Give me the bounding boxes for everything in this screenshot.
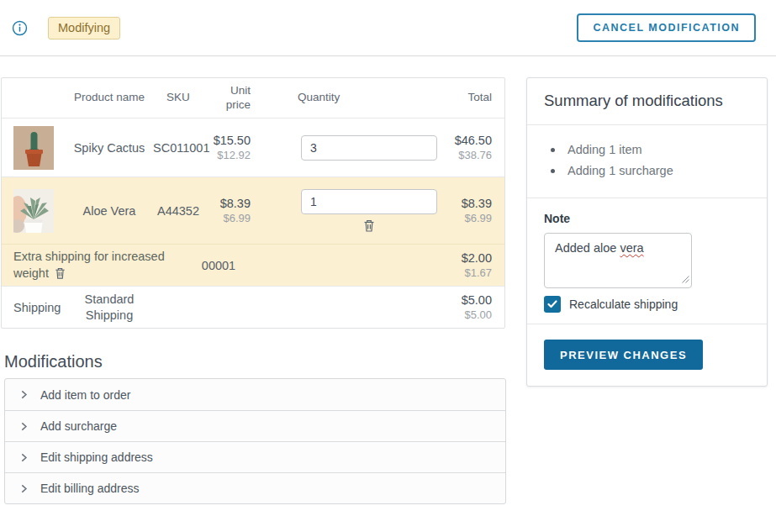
aloe-vera-photo: [13, 189, 54, 233]
summary-items-list: Adding 1 item Adding 1 surcharge: [544, 136, 750, 187]
accordion-label: Edit shipping address: [40, 450, 153, 464]
row-total-secondary: $6.99: [449, 212, 492, 224]
trash-icon: [54, 266, 66, 280]
chevron-right-icon: [19, 422, 29, 431]
col-quantity: Quantity: [251, 91, 449, 105]
note-textarea[interactable]: Added aloe vera: [544, 233, 692, 288]
modifications-heading: Modifications: [4, 352, 505, 371]
note-text-misspelled: vera: [620, 241, 643, 255]
col-product-name: Product name: [66, 91, 153, 105]
table-row-surcharge: Extra shipping for increased weight 0000…: [2, 244, 504, 286]
chevron-right-icon: [19, 484, 29, 493]
info-icon[interactable]: [12, 20, 28, 36]
unit-price-secondary: $6.99: [203, 212, 251, 224]
accordion-edit-billing-address[interactable]: Edit billing address: [5, 472, 505, 503]
surcharge-sku: 00001: [187, 259, 251, 272]
unit-price: $8.39: [203, 197, 251, 210]
row-total: $5.00: [449, 293, 492, 307]
trash-icon: [362, 219, 376, 233]
table-row-shipping: Shipping Standard Shipping $5.00 $5.00: [2, 286, 504, 328]
summary-of-modifications-panel: Summary of modifications Adding 1 item A…: [526, 77, 768, 387]
table-header-row: Product name SKU Unit price Quantity Tot…: [2, 78, 504, 118]
product-name: Spiky Cactus: [66, 141, 153, 155]
col-sku: SKU: [153, 91, 203, 105]
spiky-cactus-photo: [13, 126, 54, 170]
accordion-label: Add item to order: [40, 388, 130, 402]
note-label: Note: [544, 212, 750, 225]
order-items-table: Product name SKU Unit price Quantity Tot…: [1, 77, 505, 329]
recalculate-shipping-label: Recalculate shipping: [569, 298, 678, 311]
chevron-right-icon: [19, 453, 29, 462]
note-text: Added aloe: [555, 241, 620, 255]
summary-title: Summary of modifications: [544, 89, 750, 113]
row-total: $8.39: [449, 197, 492, 210]
accordion-label: Edit billing address: [40, 482, 140, 495]
table-row-spiky-cactus: Spiky Cactus SC011001 $15.50 $12.92 $46.…: [2, 118, 504, 176]
row-total-secondary: $5.00: [449, 308, 492, 321]
shipping-label: Shipping: [2, 301, 66, 314]
checkmark-icon: [547, 300, 557, 308]
recalculate-shipping-checkbox[interactable]: [544, 296, 561, 313]
status-badge: Modifying: [48, 17, 120, 40]
row-total: $2.00: [251, 251, 492, 265]
product-sku: A44352: [153, 204, 203, 218]
table-row-aloe-vera: Aloe Vera A44352 $8.39 $6.99: [2, 176, 504, 244]
cancel-modification-button[interactable]: CANCEL MODIFICATION: [577, 13, 756, 42]
col-total: Total: [449, 91, 504, 105]
product-name: Aloe Vera: [66, 204, 153, 218]
chevron-right-icon: [19, 390, 29, 399]
surcharge-label: Extra shipping for increased weight: [13, 250, 165, 280]
quantity-input[interactable]: [301, 189, 437, 214]
product-sku: SC011001: [153, 141, 203, 155]
unit-price-secondary: $12.92: [203, 149, 251, 161]
shipping-method: Standard Shipping: [66, 292, 153, 324]
modifications-accordion: Add item to order Add surcharge Edit shi…: [4, 378, 506, 504]
preview-changes-button[interactable]: PREVIEW CHANGES: [544, 340, 703, 370]
textarea-resize-handle[interactable]: [682, 272, 689, 286]
row-total-secondary: $1.67: [251, 266, 492, 279]
summary-item: Adding 1 item: [549, 140, 750, 161]
accordion-edit-shipping-address[interactable]: Edit shipping address: [5, 441, 505, 472]
quantity-input[interactable]: [301, 135, 437, 161]
summary-item: Adding 1 surcharge: [549, 161, 750, 182]
modification-status-bar: Modifying CANCEL MODIFICATION: [0, 0, 776, 56]
accordion-label: Add surcharge: [40, 419, 117, 433]
accordion-add-item[interactable]: Add item to order: [5, 379, 505, 410]
unit-price: $15.50: [203, 134, 251, 147]
remove-surcharge-button[interactable]: [54, 266, 66, 280]
remove-item-button[interactable]: [362, 219, 376, 233]
col-unit-price: Unit price: [203, 84, 251, 113]
accordion-add-surcharge[interactable]: Add surcharge: [5, 410, 505, 441]
row-total-secondary: $38.76: [449, 149, 492, 161]
row-total: $46.50: [449, 134, 492, 147]
